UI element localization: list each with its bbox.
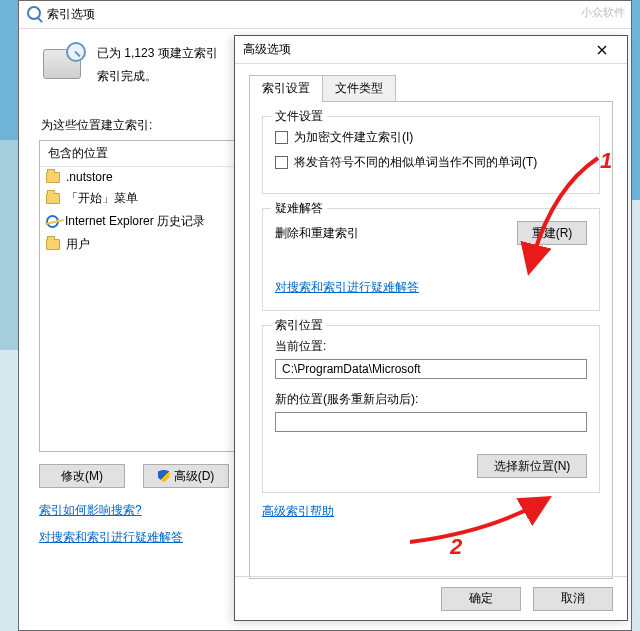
choose-new-location-button[interactable]: 选择新位置(N) (477, 454, 587, 478)
encrypt-checkbox-row[interactable]: 为加密文件建立索引(I) (275, 129, 587, 146)
file-settings-legend: 文件设置 (271, 108, 327, 125)
current-location-field: C:\ProgramData\Microsoft (275, 359, 587, 379)
drive-search-icon (43, 49, 81, 79)
choose-new-location-label: 选择新位置(N) (494, 458, 571, 475)
list-item[interactable]: 用户 (40, 233, 236, 256)
indexing-options-title: 索引选项 (47, 6, 95, 23)
list-item[interactable]: .nutstore (40, 167, 236, 187)
advanced-button[interactable]: 高级(D) (143, 464, 229, 488)
list-item-label: 用户 (66, 236, 90, 253)
current-location-label: 当前位置: (275, 338, 587, 355)
close-icon (597, 45, 607, 55)
ok-button-label: 确定 (469, 590, 493, 607)
close-button[interactable] (585, 40, 619, 60)
advanced-button-label: 高级(D) (174, 468, 215, 485)
tab-bar: 索引设置 文件类型 (249, 74, 613, 101)
tab-file-types[interactable]: 文件类型 (322, 75, 396, 102)
magnifier-icon (27, 6, 41, 23)
checkbox-icon[interactable] (275, 131, 288, 144)
list-item-label: 「开始」菜单 (66, 190, 138, 207)
troubleshoot-group: 疑难解答 删除和重建索引 重建(R) 对搜索和索引进行疑难解答 (262, 208, 600, 311)
folder-icon (46, 239, 60, 250)
ie-icon (46, 215, 59, 228)
new-location-label: 新的位置(服务重新启动后): (275, 391, 587, 408)
indexing-options-titlebar[interactable]: 索引选项 (19, 1, 631, 29)
index-location-legend: 索引位置 (271, 317, 327, 334)
current-location-value: C:\ProgramData\Microsoft (282, 362, 421, 376)
modify-button-label: 修改(M) (61, 468, 103, 485)
included-locations-list[interactable]: 包含的位置 .nutstore 「开始」菜单 Internet Explorer… (39, 140, 237, 452)
ok-button[interactable]: 确定 (441, 587, 521, 611)
new-location-field[interactable] (275, 412, 587, 432)
cancel-button-label: 取消 (561, 590, 585, 607)
rebuild-description: 删除和重建索引 (275, 225, 359, 242)
list-item[interactable]: 「开始」菜单 (40, 187, 236, 210)
rebuild-button[interactable]: 重建(R) (517, 221, 587, 245)
checkbox-icon[interactable] (275, 156, 288, 169)
tab-label: 索引设置 (262, 81, 310, 95)
advanced-options-footer: 确定 取消 (235, 576, 627, 620)
locations-column-header[interactable]: 包含的位置 (40, 141, 236, 167)
modify-button[interactable]: 修改(M) (39, 464, 125, 488)
file-settings-group: 文件设置 为加密文件建立索引(I) 将发音符号不同的相似单词当作不同的单词(T) (262, 116, 600, 194)
advanced-options-window: 高级选项 索引设置 文件类型 文件设置 为加密文件建立索引(I) (234, 35, 628, 621)
diacritics-checkbox-row[interactable]: 将发音符号不同的相似单词当作不同的单词(T) (275, 154, 587, 171)
rebuild-button-label: 重建(R) (532, 225, 573, 242)
troubleshoot-search-link[interactable]: 对搜索和索引进行疑难解答 (275, 280, 419, 294)
folder-icon (46, 193, 60, 204)
advanced-index-help-link[interactable]: 高级索引帮助 (262, 504, 334, 518)
advanced-options-titlebar[interactable]: 高级选项 (235, 36, 627, 64)
advanced-options-title: 高级选项 (243, 41, 291, 58)
index-location-group: 索引位置 当前位置: C:\ProgramData\Microsoft 新的位置… (262, 325, 600, 493)
shield-icon (158, 470, 170, 483)
tab-index-settings[interactable]: 索引设置 (249, 75, 323, 102)
tab-label: 文件类型 (335, 81, 383, 95)
list-item[interactable]: Internet Explorer 历史记录 (40, 210, 236, 233)
tab-panel: 文件设置 为加密文件建立索引(I) 将发音符号不同的相似单词当作不同的单词(T)… (249, 101, 613, 579)
list-item-label: .nutstore (66, 170, 113, 184)
index-count-text: 已为 1,123 项建立索引 (97, 45, 218, 62)
troubleshoot-legend: 疑难解答 (271, 200, 327, 217)
cancel-button[interactable]: 取消 (533, 587, 613, 611)
index-done-text: 索引完成。 (97, 68, 218, 85)
encrypt-label: 为加密文件建立索引(I) (294, 129, 413, 146)
list-item-label: Internet Explorer 历史记录 (65, 213, 205, 230)
diacritics-label: 将发音符号不同的相似单词当作不同的单词(T) (294, 154, 537, 171)
folder-icon (46, 172, 60, 183)
